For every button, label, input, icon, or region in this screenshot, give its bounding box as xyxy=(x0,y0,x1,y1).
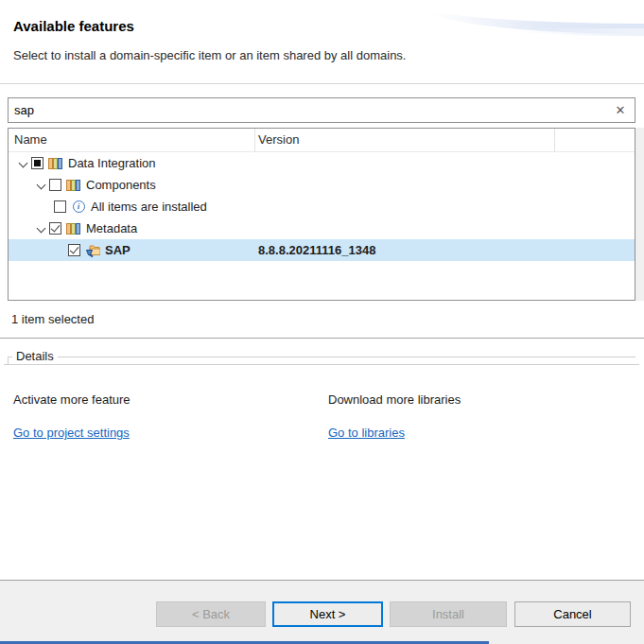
button-bar-separator xyxy=(0,580,644,581)
chevron-down-icon[interactable] xyxy=(34,178,49,193)
tree-row-sap[interactable]: SAP 8.8.8.20211116_1348 xyxy=(9,239,635,261)
version-value: 8.8.8.20211116_1348 xyxy=(258,243,375,257)
tree-row-data-integration[interactable]: Data Integration xyxy=(9,152,635,174)
install-features-dialog: Available features Select to install a d… xyxy=(0,0,644,644)
info-icon: i xyxy=(71,200,86,215)
corner-swoosh-decoration xyxy=(400,0,644,24)
column-divider[interactable] xyxy=(254,129,255,152)
chevron-down-icon[interactable] xyxy=(16,156,31,171)
column-header-name[interactable]: Name xyxy=(14,132,47,147)
search-input[interactable] xyxy=(9,98,635,122)
go-to-project-settings-link[interactable]: Go to project settings xyxy=(13,426,130,440)
checkbox-all-items[interactable] xyxy=(54,200,66,213)
tree-row-metadata[interactable]: Metadata xyxy=(9,218,635,239)
tree-label: Metadata xyxy=(86,221,137,235)
feature-bars-icon xyxy=(48,156,63,171)
checkbox-data-integration[interactable] xyxy=(31,157,44,169)
install-button: Install xyxy=(390,601,507,627)
details-group-border xyxy=(4,364,639,365)
go-to-libraries-link[interactable]: Go to libraries xyxy=(328,426,405,440)
feature-bars-icon xyxy=(66,221,81,236)
corner-swoosh-decoration xyxy=(502,28,644,36)
checkbox-metadata[interactable] xyxy=(49,222,61,235)
status-separator xyxy=(0,338,644,339)
tree-row-components[interactable]: Components xyxy=(9,174,635,196)
details-group-border xyxy=(8,357,635,357)
details-group-border xyxy=(8,357,9,365)
next-button[interactable]: Next > xyxy=(272,601,383,627)
page-title: Available features xyxy=(13,18,134,34)
tree-label: All items are installed xyxy=(91,200,207,214)
checkbox-sap[interactable] xyxy=(68,244,80,256)
activate-feature-caption: Activate more feature xyxy=(13,392,131,407)
tree-label: Components xyxy=(86,178,156,192)
download-libraries-caption: Download more libraries xyxy=(328,392,461,407)
selection-count-label: 1 item selected xyxy=(11,312,94,326)
table-header: Name Version xyxy=(9,129,635,152)
clear-search-icon[interactable]: ✕ xyxy=(613,103,628,118)
tree-label: SAP xyxy=(105,243,131,257)
sap-connector-icon xyxy=(85,243,100,258)
tree-row-all-items-installed[interactable]: i All items are installed xyxy=(9,196,635,218)
corner-swoosh-decoration xyxy=(422,6,644,34)
details-group-legend: Details xyxy=(12,349,58,363)
features-tree-table: Name Version Data Integration xyxy=(8,128,635,301)
back-button: < Back xyxy=(156,601,266,627)
chevron-down-icon[interactable] xyxy=(34,221,49,236)
feature-bars-icon xyxy=(66,178,81,193)
feature-filter-field[interactable]: ✕ xyxy=(8,97,635,123)
tree-label: Data Integration xyxy=(68,156,156,170)
page-subtitle: Select to install a domain-specific item… xyxy=(13,48,406,62)
column-divider[interactable] xyxy=(554,129,555,152)
checkbox-components[interactable] xyxy=(49,179,61,191)
header-separator xyxy=(0,83,644,84)
table-right-margin xyxy=(635,128,644,301)
cancel-button[interactable]: Cancel xyxy=(514,601,631,627)
column-header-version[interactable]: Version xyxy=(258,132,299,147)
